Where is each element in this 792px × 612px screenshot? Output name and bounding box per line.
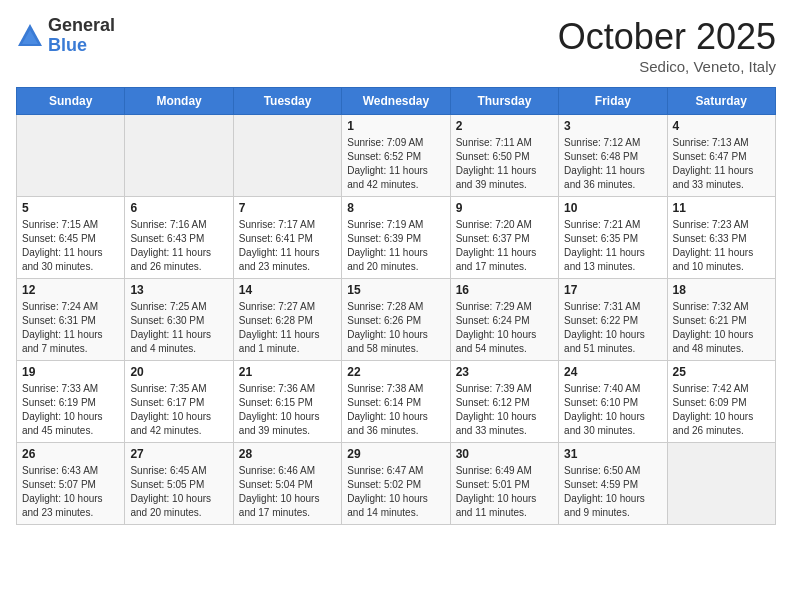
calendar-cell: 23Sunrise: 7:39 AM Sunset: 6:12 PM Dayli… <box>450 361 558 443</box>
day-info: Sunrise: 7:27 AM Sunset: 6:28 PM Dayligh… <box>239 300 336 356</box>
day-number: 18 <box>673 283 770 297</box>
day-number: 6 <box>130 201 227 215</box>
calendar-cell: 30Sunrise: 6:49 AM Sunset: 5:01 PM Dayli… <box>450 443 558 525</box>
day-info: Sunrise: 7:17 AM Sunset: 6:41 PM Dayligh… <box>239 218 336 274</box>
calendar-cell: 29Sunrise: 6:47 AM Sunset: 5:02 PM Dayli… <box>342 443 450 525</box>
day-info: Sunrise: 7:35 AM Sunset: 6:17 PM Dayligh… <box>130 382 227 438</box>
calendar-week-row: 19Sunrise: 7:33 AM Sunset: 6:19 PM Dayli… <box>17 361 776 443</box>
logo-general-text: General <box>48 16 115 36</box>
calendar-week-row: 26Sunrise: 6:43 AM Sunset: 5:07 PM Dayli… <box>17 443 776 525</box>
day-number: 14 <box>239 283 336 297</box>
calendar-cell: 12Sunrise: 7:24 AM Sunset: 6:31 PM Dayli… <box>17 279 125 361</box>
calendar-cell: 31Sunrise: 6:50 AM Sunset: 4:59 PM Dayli… <box>559 443 667 525</box>
day-number: 17 <box>564 283 661 297</box>
day-number: 9 <box>456 201 553 215</box>
calendar-cell: 15Sunrise: 7:28 AM Sunset: 6:26 PM Dayli… <box>342 279 450 361</box>
calendar-cell: 25Sunrise: 7:42 AM Sunset: 6:09 PM Dayli… <box>667 361 775 443</box>
day-info: Sunrise: 7:15 AM Sunset: 6:45 PM Dayligh… <box>22 218 119 274</box>
day-info: Sunrise: 6:50 AM Sunset: 4:59 PM Dayligh… <box>564 464 661 520</box>
calendar-cell: 11Sunrise: 7:23 AM Sunset: 6:33 PM Dayli… <box>667 197 775 279</box>
calendar-cell: 28Sunrise: 6:46 AM Sunset: 5:04 PM Dayli… <box>233 443 341 525</box>
weekday-header-monday: Monday <box>125 88 233 115</box>
day-number: 4 <box>673 119 770 133</box>
day-number: 11 <box>673 201 770 215</box>
day-number: 31 <box>564 447 661 461</box>
calendar-cell: 2Sunrise: 7:11 AM Sunset: 6:50 PM Daylig… <box>450 115 558 197</box>
calendar-cell: 1Sunrise: 7:09 AM Sunset: 6:52 PM Daylig… <box>342 115 450 197</box>
calendar-cell: 24Sunrise: 7:40 AM Sunset: 6:10 PM Dayli… <box>559 361 667 443</box>
weekday-header-tuesday: Tuesday <box>233 88 341 115</box>
day-number: 21 <box>239 365 336 379</box>
logo-blue-text: Blue <box>48 36 115 56</box>
calendar-week-row: 5Sunrise: 7:15 AM Sunset: 6:45 PM Daylig… <box>17 197 776 279</box>
calendar-cell: 6Sunrise: 7:16 AM Sunset: 6:43 PM Daylig… <box>125 197 233 279</box>
day-info: Sunrise: 6:49 AM Sunset: 5:01 PM Dayligh… <box>456 464 553 520</box>
calendar-cell: 9Sunrise: 7:20 AM Sunset: 6:37 PM Daylig… <box>450 197 558 279</box>
calendar-cell: 26Sunrise: 6:43 AM Sunset: 5:07 PM Dayli… <box>17 443 125 525</box>
day-info: Sunrise: 7:25 AM Sunset: 6:30 PM Dayligh… <box>130 300 227 356</box>
logo-icon <box>16 22 44 50</box>
day-info: Sunrise: 7:28 AM Sunset: 6:26 PM Dayligh… <box>347 300 444 356</box>
calendar-cell <box>667 443 775 525</box>
day-number: 26 <box>22 447 119 461</box>
calendar-cell <box>17 115 125 197</box>
day-info: Sunrise: 7:20 AM Sunset: 6:37 PM Dayligh… <box>456 218 553 274</box>
calendar-cell: 10Sunrise: 7:21 AM Sunset: 6:35 PM Dayli… <box>559 197 667 279</box>
calendar-body: 1Sunrise: 7:09 AM Sunset: 6:52 PM Daylig… <box>17 115 776 525</box>
calendar-cell: 5Sunrise: 7:15 AM Sunset: 6:45 PM Daylig… <box>17 197 125 279</box>
day-number: 12 <box>22 283 119 297</box>
day-info: Sunrise: 7:13 AM Sunset: 6:47 PM Dayligh… <box>673 136 770 192</box>
day-number: 23 <box>456 365 553 379</box>
day-number: 5 <box>22 201 119 215</box>
day-info: Sunrise: 7:19 AM Sunset: 6:39 PM Dayligh… <box>347 218 444 274</box>
day-number: 15 <box>347 283 444 297</box>
calendar-cell: 27Sunrise: 6:45 AM Sunset: 5:05 PM Dayli… <box>125 443 233 525</box>
day-info: Sunrise: 7:23 AM Sunset: 6:33 PM Dayligh… <box>673 218 770 274</box>
day-number: 19 <box>22 365 119 379</box>
day-info: Sunrise: 7:24 AM Sunset: 6:31 PM Dayligh… <box>22 300 119 356</box>
day-info: Sunrise: 7:31 AM Sunset: 6:22 PM Dayligh… <box>564 300 661 356</box>
day-number: 3 <box>564 119 661 133</box>
day-info: Sunrise: 7:38 AM Sunset: 6:14 PM Dayligh… <box>347 382 444 438</box>
logo: General Blue <box>16 16 115 56</box>
calendar-header: SundayMondayTuesdayWednesdayThursdayFrid… <box>17 88 776 115</box>
calendar-cell: 14Sunrise: 7:27 AM Sunset: 6:28 PM Dayli… <box>233 279 341 361</box>
day-info: Sunrise: 7:16 AM Sunset: 6:43 PM Dayligh… <box>130 218 227 274</box>
day-info: Sunrise: 7:21 AM Sunset: 6:35 PM Dayligh… <box>564 218 661 274</box>
day-info: Sunrise: 7:39 AM Sunset: 6:12 PM Dayligh… <box>456 382 553 438</box>
weekday-header-sunday: Sunday <box>17 88 125 115</box>
day-info: Sunrise: 6:43 AM Sunset: 5:07 PM Dayligh… <box>22 464 119 520</box>
day-info: Sunrise: 6:45 AM Sunset: 5:05 PM Dayligh… <box>130 464 227 520</box>
day-number: 25 <box>673 365 770 379</box>
day-number: 24 <box>564 365 661 379</box>
location-subtitle: Sedico, Veneto, Italy <box>558 58 776 75</box>
calendar-cell <box>233 115 341 197</box>
calendar-cell: 13Sunrise: 7:25 AM Sunset: 6:30 PM Dayli… <box>125 279 233 361</box>
calendar-cell: 17Sunrise: 7:31 AM Sunset: 6:22 PM Dayli… <box>559 279 667 361</box>
calendar-cell: 18Sunrise: 7:32 AM Sunset: 6:21 PM Dayli… <box>667 279 775 361</box>
day-number: 20 <box>130 365 227 379</box>
calendar-cell: 19Sunrise: 7:33 AM Sunset: 6:19 PM Dayli… <box>17 361 125 443</box>
day-number: 10 <box>564 201 661 215</box>
day-number: 16 <box>456 283 553 297</box>
calendar-cell: 8Sunrise: 7:19 AM Sunset: 6:39 PM Daylig… <box>342 197 450 279</box>
calendar-table: SundayMondayTuesdayWednesdayThursdayFrid… <box>16 87 776 525</box>
calendar-cell: 22Sunrise: 7:38 AM Sunset: 6:14 PM Dayli… <box>342 361 450 443</box>
day-number: 8 <box>347 201 444 215</box>
day-info: Sunrise: 7:32 AM Sunset: 6:21 PM Dayligh… <box>673 300 770 356</box>
day-number: 28 <box>239 447 336 461</box>
day-number: 13 <box>130 283 227 297</box>
weekday-header-row: SundayMondayTuesdayWednesdayThursdayFrid… <box>17 88 776 115</box>
day-number: 22 <box>347 365 444 379</box>
weekday-header-thursday: Thursday <box>450 88 558 115</box>
calendar-week-row: 1Sunrise: 7:09 AM Sunset: 6:52 PM Daylig… <box>17 115 776 197</box>
day-info: Sunrise: 6:46 AM Sunset: 5:04 PM Dayligh… <box>239 464 336 520</box>
day-info: Sunrise: 7:12 AM Sunset: 6:48 PM Dayligh… <box>564 136 661 192</box>
day-number: 1 <box>347 119 444 133</box>
month-title: October 2025 <box>558 16 776 58</box>
weekday-header-wednesday: Wednesday <box>342 88 450 115</box>
day-info: Sunrise: 7:11 AM Sunset: 6:50 PM Dayligh… <box>456 136 553 192</box>
weekday-header-saturday: Saturday <box>667 88 775 115</box>
day-info: Sunrise: 7:09 AM Sunset: 6:52 PM Dayligh… <box>347 136 444 192</box>
calendar-cell: 20Sunrise: 7:35 AM Sunset: 6:17 PM Dayli… <box>125 361 233 443</box>
